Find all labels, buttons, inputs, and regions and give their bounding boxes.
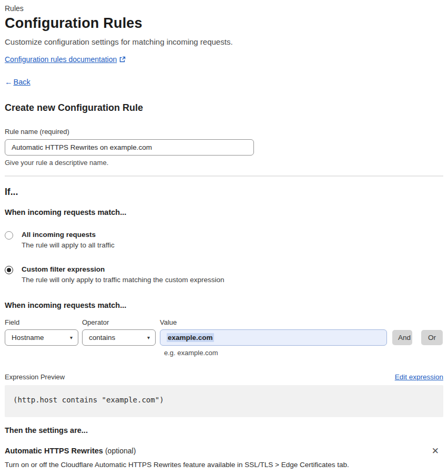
- expression-code: (http.host contains "example.com"): [13, 396, 164, 404]
- match-heading: When incoming requests match...: [5, 208, 443, 216]
- close-icon[interactable]: ✕: [431, 447, 440, 456]
- setting-title: Automatic HTTPS Rewrites (optional): [5, 447, 136, 455]
- builder-heading: When incoming requests match...: [5, 301, 443, 309]
- then-settings-heading: Then the settings are...: [5, 426, 443, 434]
- expression-preview-box: (http.host contains "example.com"): [5, 385, 443, 417]
- radio-unselected-icon[interactable]: [5, 231, 13, 240]
- page-title: Configuration Rules: [5, 15, 443, 32]
- create-rule-heading: Create new Configuration Rule: [5, 102, 443, 113]
- field-select-value: Hostname: [12, 334, 44, 342]
- page-subtitle: Customize configuration settings for mat…: [5, 37, 443, 46]
- radio-custom-filter-expression[interactable]: Custom filter expression The rule will o…: [5, 265, 443, 284]
- radio-label: All incoming requests: [22, 231, 115, 239]
- field-select[interactable]: Hostname ▾: [5, 329, 78, 346]
- back-arrow-icon: ←: [5, 78, 13, 86]
- configuration-rules-page: Rules Configuration Rules Customize conf…: [0, 0, 448, 476]
- rule-name-helper: Give your rule a descriptive name.: [5, 159, 443, 167]
- field-label: Field: [5, 318, 82, 326]
- operator-select-value: contains: [89, 334, 115, 342]
- value-label: Value: [160, 318, 443, 326]
- external-link-icon: [119, 56, 126, 63]
- value-input[interactable]: example.com: [160, 329, 387, 346]
- rule-name-input[interactable]: [5, 139, 254, 156]
- radio-all-incoming-requests[interactable]: All incoming requests The rule will appl…: [5, 231, 443, 249]
- radio-selected-icon[interactable]: [5, 266, 13, 274]
- setting-name-text: Automatic HTTPS Rewrites: [5, 447, 103, 455]
- operator-label: Operator: [82, 318, 160, 326]
- operator-select[interactable]: contains ▾: [82, 329, 156, 346]
- if-heading: If...: [5, 187, 443, 198]
- section-divider: [5, 175, 443, 177]
- radio-description: The rule will only apply to traffic matc…: [22, 276, 224, 284]
- back-link[interactable]: ←Back: [5, 78, 443, 86]
- chevron-down-icon: ▾: [147, 335, 150, 340]
- expression-preview-label: Expression Preview: [5, 373, 65, 381]
- or-button[interactable]: Or: [421, 330, 443, 345]
- back-link-label: Back: [14, 78, 30, 86]
- radio-description: The rule will apply to all traffic: [22, 241, 115, 249]
- setting-description: Turn on or off the Cloudflare Automatic …: [5, 461, 443, 469]
- value-helper: e.g. example.com: [164, 349, 443, 357]
- value-input-text: example.com: [167, 333, 214, 342]
- edit-expression-link[interactable]: Edit expression: [395, 373, 443, 381]
- rule-name-label: Rule name (required): [5, 128, 443, 136]
- chevron-down-icon: ▾: [70, 335, 73, 340]
- setting-optional-text: (optional): [105, 447, 136, 455]
- breadcrumb: Rules: [5, 4, 443, 13]
- documentation-link[interactable]: Configuration rules documentation: [5, 55, 117, 64]
- and-button[interactable]: And: [392, 330, 412, 345]
- radio-label: Custom filter expression: [22, 265, 224, 273]
